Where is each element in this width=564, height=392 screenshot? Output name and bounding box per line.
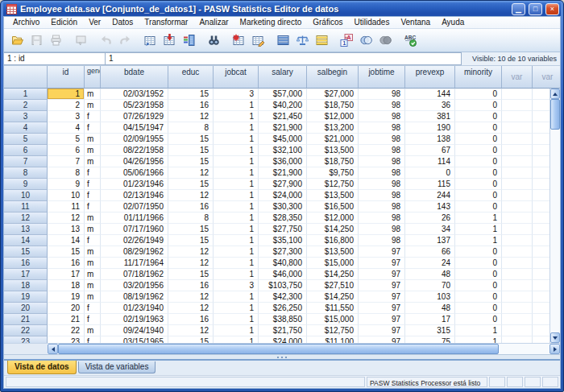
data-cell[interactable]: 1 [214, 100, 259, 111]
data-cell[interactable]: 12 [168, 303, 214, 314]
select-cases-icon[interactable] [312, 31, 331, 50]
data-cell[interactable]: $16,500 [307, 201, 359, 213]
scroll-left-icon[interactable] [48, 344, 58, 354]
data-cell[interactable]: 1 [214, 213, 259, 224]
vertical-scrollbar[interactable] [549, 89, 560, 343]
data-cell[interactable]: 23 [48, 336, 85, 343]
data-cell[interactable]: 70 [405, 280, 455, 291]
column-header-minority[interactable]: minority [455, 66, 502, 89]
data-cell[interactable]: $27,510 [307, 280, 359, 291]
data-cell[interactable]: 02/19/1963 [101, 314, 168, 325]
empty-var-cell[interactable] [502, 111, 533, 122]
row-number[interactable]: 11 [4, 201, 48, 213]
row-number[interactable]: 16 [4, 258, 48, 269]
row-number[interactable]: 22 [4, 325, 48, 336]
column-header-jobcat[interactable]: jobcat [214, 66, 259, 89]
data-cell[interactable]: 97 [359, 336, 405, 343]
data-cell[interactable]: 12 [168, 167, 214, 179]
column-header-salary[interactable]: salary [259, 66, 307, 89]
show-all-variables-icon[interactable] [375, 31, 395, 50]
data-cell[interactable]: 0 [455, 269, 502, 280]
data-cell[interactable]: 98 [359, 201, 405, 213]
goto-case-icon[interactable] [140, 31, 160, 50]
empty-var-cell[interactable] [502, 89, 533, 100]
split-file-icon[interactable] [273, 31, 292, 50]
data-cell[interactable]: 1 [214, 134, 259, 145]
data-cell[interactable]: 1 [455, 213, 502, 224]
data-cell[interactable]: 1 [455, 336, 502, 343]
data-cell[interactable]: 3 [214, 280, 259, 291]
data-cell[interactable]: 36 [405, 100, 455, 111]
data-cell[interactable]: 1 [214, 325, 259, 336]
data-cell[interactable]: 08/19/1962 [101, 291, 168, 303]
data-cell[interactable]: $15,000 [307, 258, 359, 269]
row-number[interactable]: 13 [4, 224, 48, 235]
data-cell[interactable]: 12 [168, 258, 214, 269]
data-cell[interactable]: $103,750 [259, 280, 307, 291]
data-cell[interactable]: f [85, 111, 101, 122]
data-cell[interactable]: 9 [48, 179, 85, 190]
data-cell[interactable]: 12 [168, 190, 214, 201]
data-cell[interactable]: $38,850 [259, 314, 307, 325]
data-cell[interactable]: 48 [405, 269, 455, 280]
title-bar[interactable]: Employee data.sav [Conjunto_de_datos1] -… [3, 1, 561, 16]
data-cell[interactable]: 0 [455, 145, 502, 156]
data-cell[interactable]: 1 [214, 190, 259, 201]
vertical-scroll-track[interactable] [550, 130, 560, 332]
data-cell[interactable]: m [85, 156, 101, 167]
data-cell[interactable]: $26,250 [259, 303, 307, 314]
data-cell[interactable]: 1 [455, 224, 502, 235]
data-cell[interactable]: 03/20/1956 [101, 280, 168, 291]
data-cell[interactable]: $18,750 [307, 100, 359, 111]
data-cell[interactable]: 1 [48, 89, 85, 100]
data-cell[interactable]: 02/09/1955 [101, 134, 168, 145]
data-cell[interactable]: $12,750 [307, 179, 359, 190]
row-number[interactable]: 18 [4, 280, 48, 291]
data-cell[interactable]: 15 [168, 336, 214, 343]
data-cell[interactable]: 1 [455, 325, 502, 336]
empty-var-cell[interactable] [502, 235, 533, 246]
data-cell[interactable]: $11,100 [307, 336, 359, 343]
data-cell[interactable]: 114 [405, 156, 455, 167]
data-cell[interactable]: 24 [405, 258, 455, 269]
data-cell[interactable]: 15 [168, 269, 214, 280]
data-cell[interactable]: 17 [48, 269, 85, 280]
data-cell[interactable]: $27,750 [259, 224, 307, 235]
data-cell[interactable]: 0 [455, 246, 502, 258]
data-cell[interactable]: 02/26/1949 [101, 235, 168, 246]
data-cell[interactable]: 01/11/1966 [101, 213, 168, 224]
data-cell[interactable]: 15 [168, 224, 214, 235]
data-cell[interactable]: 08/22/1958 [101, 145, 168, 156]
data-cell[interactable]: $15,000 [307, 314, 359, 325]
row-number[interactable]: 2 [4, 100, 48, 111]
data-cell[interactable]: m [85, 280, 101, 291]
data-cell[interactable]: 16 [168, 280, 214, 291]
data-cell[interactable]: 0 [455, 134, 502, 145]
data-cell[interactable]: f [85, 179, 101, 190]
row-number[interactable]: 7 [4, 156, 48, 167]
row-number[interactable]: 23 [4, 336, 48, 343]
empty-var-cell[interactable] [502, 280, 533, 291]
column-header-educ[interactable]: educ [168, 66, 214, 89]
data-cell[interactable]: 07/26/1929 [101, 111, 168, 122]
open-file-icon[interactable] [7, 31, 27, 50]
vertical-scroll-thumb[interactable] [550, 99, 560, 130]
empty-var-cell[interactable] [502, 269, 533, 280]
data-cell[interactable]: 1 [214, 156, 259, 167]
data-cell[interactable]: 315 [405, 325, 455, 336]
row-number[interactable]: 3 [4, 111, 48, 122]
data-cell[interactable]: 0 [455, 89, 502, 100]
menu-item-edicion[interactable]: Edición [45, 17, 83, 28]
data-cell[interactable]: $12,750 [307, 325, 359, 336]
row-number[interactable]: 19 [4, 291, 48, 303]
data-cell[interactable]: 1 [214, 167, 259, 179]
menu-item-analizar[interactable]: Analizar [193, 17, 234, 28]
data-cell[interactable]: 137 [405, 235, 455, 246]
empty-var-cell[interactable] [502, 314, 533, 325]
data-cell[interactable]: 03/15/1965 [101, 336, 168, 343]
data-cell[interactable]: $32,100 [259, 145, 307, 156]
insert-cases-icon[interactable] [229, 31, 248, 50]
data-cell[interactable]: 12 [168, 111, 214, 122]
data-cell[interactable]: 05/06/1966 [101, 167, 168, 179]
data-cell[interactable]: 98 [359, 111, 405, 122]
